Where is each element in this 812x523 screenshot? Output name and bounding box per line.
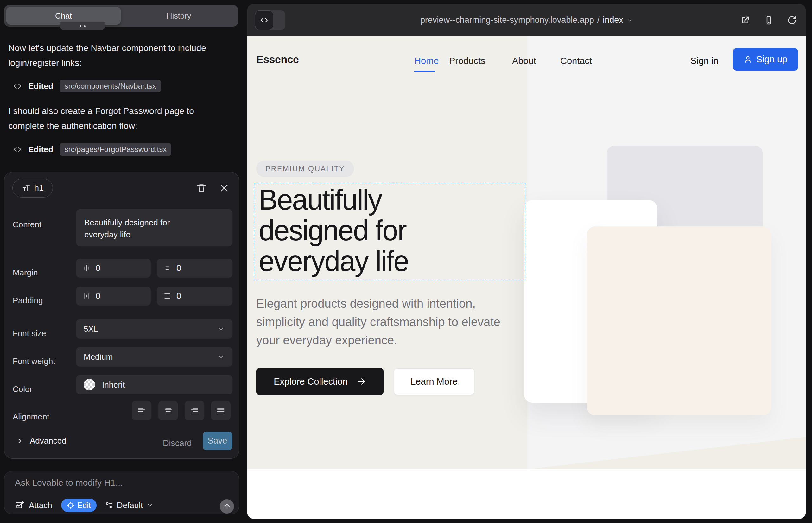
close-editor-button[interactable] <box>219 183 229 193</box>
padding-label: Padding <box>13 296 43 306</box>
margin-label: Margin <box>13 268 38 278</box>
model-default-selector[interactable]: Default <box>105 501 153 510</box>
code-icon <box>13 145 22 154</box>
margin-x-value: 0 <box>96 264 100 273</box>
edited-file-chip[interactable]: src/components/Navbar.tsx <box>59 80 161 92</box>
hero-heading: Beautifully designed for everyday life <box>259 184 408 277</box>
lovable-app-window: Chat History Now let's update the Navbar… <box>0 0 812 523</box>
sliders-icon <box>105 501 113 509</box>
nav-link-about[interactable]: About <box>512 56 536 66</box>
color-swatch <box>84 379 95 390</box>
font-weight-select[interactable]: Medium <box>76 347 232 366</box>
url-separator: / <box>597 15 600 25</box>
send-button[interactable] <box>220 499 234 513</box>
align-left-button[interactable] <box>132 401 152 420</box>
attach-button[interactable]: Attach <box>15 501 52 510</box>
edited-file-row: Edited src/pages/ForgotPassword.tsx <box>13 142 171 157</box>
padding-y-value: 0 <box>176 291 181 301</box>
color-select[interactable]: Inherit <box>76 375 232 394</box>
chat-composer: Attach Edit Default <box>4 471 239 514</box>
padding-horizontal-icon <box>82 292 91 300</box>
align-right-button[interactable] <box>184 401 204 420</box>
margin-x-input[interactable]: 0 <box>76 259 151 278</box>
selected-h1-outline[interactable]: Beautifully designed for everyday life <box>254 183 525 280</box>
element-editor-panel: h1 Content Beautifully designed for ever… <box>4 172 239 459</box>
content-label: Content <box>13 220 41 230</box>
align-center-button[interactable] <box>158 401 178 420</box>
edited-file-chip[interactable]: src/pages/ForgotPassword.tsx <box>59 143 171 156</box>
font-weight-value: Medium <box>84 352 113 362</box>
nav-link-home[interactable]: Home <box>414 56 439 66</box>
active-nav-underline <box>414 71 435 72</box>
mobile-view-icon[interactable] <box>764 16 773 25</box>
chevron-down-icon <box>147 502 153 508</box>
edit-mode-button[interactable]: Edit <box>61 499 96 512</box>
advanced-toggle[interactable]: Advanced <box>16 436 67 446</box>
margin-y-input[interactable]: 0 <box>157 259 232 278</box>
chat-history-tabbar: Chat History <box>4 5 238 26</box>
nav-link-contact[interactable]: Contact <box>560 56 592 66</box>
user-icon <box>744 55 752 64</box>
edited-label: Edited <box>28 145 53 155</box>
crosshair-icon <box>67 502 74 509</box>
refresh-icon[interactable] <box>787 16 797 25</box>
open-external-icon[interactable] <box>740 16 750 25</box>
padding-y-input[interactable]: 0 <box>157 287 232 306</box>
decorative-card-cream <box>587 227 771 415</box>
color-value: Inherit <box>102 380 125 390</box>
chevron-down-icon <box>217 325 225 333</box>
arrow-right-icon <box>357 377 366 386</box>
preview-header-actions <box>740 4 797 36</box>
save-button[interactable]: Save <box>203 432 232 450</box>
collapsed-message-pill[interactable] <box>59 22 105 30</box>
edited-label: Edited <box>28 82 53 91</box>
sign-up-button[interactable]: Sign up <box>733 48 798 71</box>
chevron-down-icon <box>626 17 633 23</box>
hero-paragraph: Elegant products designed with intention… <box>256 294 513 349</box>
code-icon <box>13 82 22 91</box>
preview-panel: preview--charming-site-symphony.lovable.… <box>247 4 806 519</box>
chevron-right-icon <box>16 437 23 445</box>
preview-url-bar[interactable]: preview--charming-site-symphony.lovable.… <box>247 4 806 36</box>
delete-element-button[interactable] <box>196 183 207 193</box>
assistant-message: I should also create a Forgot Password p… <box>8 104 227 133</box>
composer-input[interactable] <box>15 478 224 488</box>
heading-type-icon <box>21 183 31 193</box>
font-size-select[interactable]: 5XL <box>76 319 232 339</box>
align-justify-button[interactable] <box>211 401 231 420</box>
tab-history[interactable]: History <box>122 7 236 25</box>
color-label: Color <box>13 384 32 394</box>
element-tag-label: h1 <box>34 183 44 193</box>
font-size-value: 5XL <box>84 324 98 334</box>
margin-y-value: 0 <box>176 264 181 273</box>
margin-vertical-icon <box>163 264 171 272</box>
premium-quality-badge: PREMIUM QUALITY <box>256 161 354 177</box>
hero-diagonal-decoration <box>527 437 806 469</box>
padding-x-value: 0 <box>96 291 100 301</box>
chat-sidebar: Chat History Now let's update the Navbar… <box>4 0 239 523</box>
arrow-up-icon <box>223 503 231 510</box>
chevron-down-icon <box>217 353 225 361</box>
font-weight-label: Font weight <box>13 357 55 366</box>
advanced-label: Advanced <box>30 436 67 446</box>
explore-collection-button[interactable]: Explore Collection <box>256 367 384 395</box>
edit-label: Edit <box>77 501 91 510</box>
discard-button[interactable]: Discard <box>160 436 194 451</box>
attach-image-icon <box>15 501 24 510</box>
default-label: Default <box>117 501 143 510</box>
padding-x-input[interactable]: 0 <box>76 287 151 306</box>
site-preview: Essence Home Products About Contact Sign… <box>247 36 806 519</box>
font-size-label: Font size <box>13 329 46 339</box>
edited-file-row: Edited src/components/Navbar.tsx <box>13 79 161 93</box>
sign-in-link[interactable]: Sign in <box>690 56 719 66</box>
alignment-label: Alignment <box>13 412 49 422</box>
selected-element-chip[interactable]: h1 <box>12 179 53 198</box>
preview-page-name: index <box>603 15 623 25</box>
nav-link-products[interactable]: Products <box>449 56 485 66</box>
site-logo[interactable]: Essence <box>256 53 299 66</box>
attach-label: Attach <box>29 501 52 510</box>
composer-toolbar: Attach Edit Default <box>15 498 153 512</box>
content-input[interactable]: Beautifully designed for everyday life <box>76 209 232 246</box>
learn-more-button[interactable]: Learn More <box>394 368 474 395</box>
sign-up-label: Sign up <box>756 54 787 65</box>
